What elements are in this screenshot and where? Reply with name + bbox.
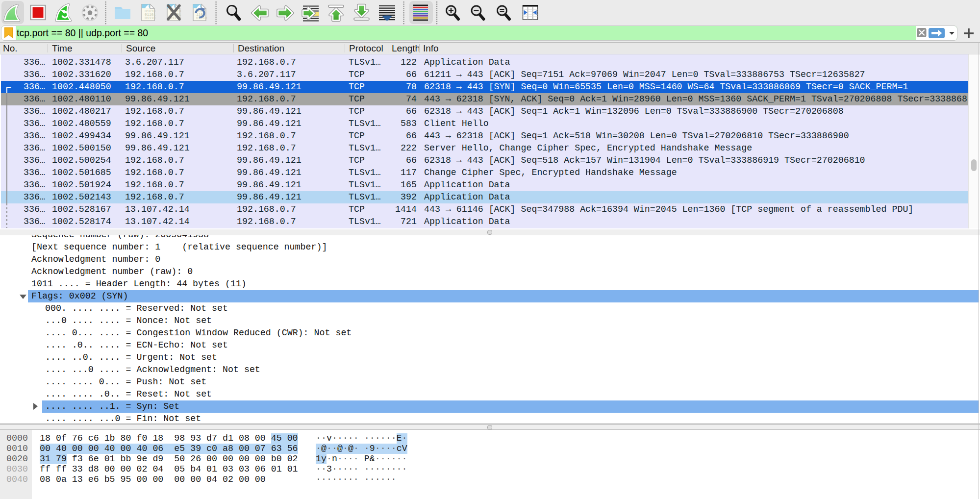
svg-text:01110: 01110 xyxy=(145,16,156,20)
